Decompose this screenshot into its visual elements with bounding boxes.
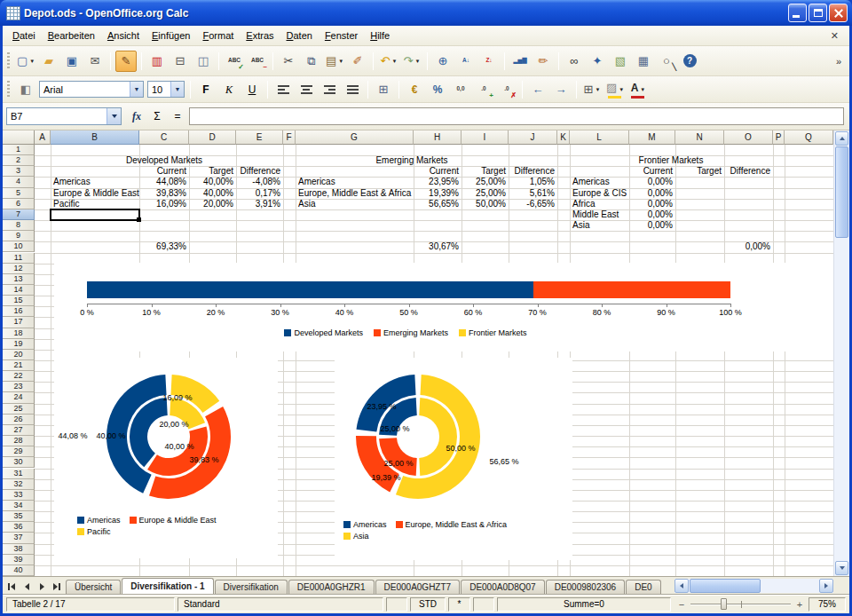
sheet-tab-ubersicht[interactable]: Übersicht [66,580,121,594]
sort-descending-button[interactable]: Z↓ [478,51,500,72]
sheet-tab-de000a0ghzt7[interactable]: DE000A0GHZT7 [375,580,461,594]
sheet-tab-de0009802306[interactable]: DE0009802306 [546,580,626,594]
cell-C4[interactable]: 44,08% [139,177,189,187]
sheet-tab-de000a0d8q07[interactable]: DE000A0D8Q07 [461,580,545,594]
row-header-4[interactable]: 4 [3,177,35,187]
paste-button[interactable]: ▤▼ [324,51,345,72]
pdf-export-button[interactable]: ▥ [146,51,168,72]
next-sheet-button[interactable] [35,580,49,593]
cell-M4[interactable]: 0,00% [629,177,675,187]
zoom-slider-track[interactable] [690,604,791,605]
row-header-36[interactable]: 36 [3,522,35,533]
cell-selection-cursor[interactable] [50,209,140,221]
cell-H10[interactable]: 30,67% [414,241,462,252]
cell-D4[interactable]: 40,00% [189,177,236,187]
cell-J6[interactable]: -6,65% [509,199,557,209]
horizontal-scrollbar[interactable] [674,579,833,593]
cell-O10[interactable]: 0,00% [724,241,773,252]
formula-input[interactable] [189,107,844,125]
cell-reference-input[interactable] [7,108,106,124]
previous-sheet-button[interactable] [20,580,34,593]
bold-button[interactable]: F [195,79,217,100]
row-header-16[interactable]: 16 [3,306,35,317]
menu-item-bearbeiten[interactable]: Bearbeiten [42,28,101,43]
cell-M3[interactable]: Current [629,166,675,177]
row-header-5[interactable]: 5 [3,188,35,199]
column-header-G[interactable]: G [296,130,414,145]
new-document-button[interactable]: ▢▼ [15,51,36,72]
column-header-B[interactable]: B [51,130,139,145]
cell-M8[interactable]: 0,00% [629,220,675,231]
column-header-Q[interactable]: Q [785,130,833,145]
stacked-bar-chart[interactable]: 0 %10 %20 %30 %40 %50 %60 %70 %80 %90 %1… [54,263,833,351]
column-header-E[interactable]: E [236,130,283,145]
row-header-24[interactable]: 24 [3,392,35,403]
formula-button[interactable]: = [168,107,187,125]
cell-B5[interactable]: Europe & Middle East [51,188,139,199]
zoom-slider-thumb[interactable] [721,598,727,610]
merge-cells-button[interactable]: ⊞ [373,79,394,100]
dropdown-arrow-icon[interactable]: ▼ [619,87,624,92]
cell-I3[interactable]: Target [462,166,509,177]
row-header-18[interactable]: 18 [3,328,35,339]
last-sheet-button[interactable] [50,580,64,593]
toolbar-overflow-icon[interactable]: » [831,56,847,67]
close-button[interactable] [829,4,848,22]
row-header-38[interactable]: 38 [3,544,35,555]
selection-mode[interactable]: STD [410,597,446,612]
cell-E6[interactable]: 3,91% [236,199,283,209]
undo-button[interactable]: ↶▼ [378,51,399,72]
add-decimal-button[interactable]: .0+ [473,79,494,100]
cell-M7[interactable]: 0,00% [629,209,675,220]
vertical-scroll-thumb[interactable] [835,146,848,238]
cell-I4[interactable]: 25,00% [462,177,509,187]
zoom-in-icon[interactable]: + [793,599,806,610]
toolbar-grip[interactable] [7,52,10,70]
row-header-15[interactable]: 15 [3,296,35,306]
cell-C5[interactable]: 39,83% [139,188,189,199]
row-header-20[interactable]: 20 [3,350,35,360]
name-box-dropdown-icon[interactable] [106,108,121,124]
align-left-button[interactable] [272,79,294,100]
column-header-P[interactable]: P [773,130,785,145]
column-header-O[interactable]: O [724,130,773,145]
zoom-control[interactable]: − + [675,597,806,612]
cell-L7[interactable]: Middle East [570,209,629,220]
cell-L4[interactable]: Americas [570,177,629,187]
scroll-down-button[interactable] [835,561,848,575]
row-header-33[interactable]: 33 [3,490,35,501]
cell-I6[interactable]: 50,00% [462,199,509,209]
cell-E5[interactable]: 0,17% [236,188,283,199]
gallery-button[interactable]: ▧ [610,51,631,72]
align-justify-button[interactable] [342,79,363,100]
cell-H5[interactable]: 19,39% [414,188,462,199]
row-header-29[interactable]: 29 [3,446,35,457]
column-header-N[interactable]: N [675,130,724,145]
edit-mode-button[interactable]: ✎ [115,51,137,72]
menu-item-daten[interactable]: Daten [280,28,319,43]
scroll-left-button[interactable] [674,579,689,593]
close-document-icon[interactable]: ✕ [824,30,846,42]
dropdown-arrow-icon[interactable]: ▼ [338,59,343,64]
navigator-button[interactable]: ✦ [587,51,608,72]
row-header-39[interactable]: 39 [3,555,35,565]
dropdown-arrow-icon[interactable]: ▼ [595,87,600,92]
cell-O3[interactable]: Difference [724,166,773,177]
donut-chart-emerging-markets[interactable]: 25,00 %25,00 %50,00 %23,95 %19,39 %56,65… [335,358,572,560]
zoom-out-icon[interactable]: − [675,599,688,610]
column-header-C[interactable]: C [139,130,189,145]
menu-item-format[interactable]: Format [196,28,240,43]
cell-H3[interactable]: Current [414,166,462,177]
row-header-25[interactable]: 25 [3,404,35,415]
row-header-7[interactable]: 7 [3,209,35,220]
draw-functions-button[interactable]: ✏ [532,51,554,72]
print-button[interactable]: ⊟ [170,51,191,72]
data-sources-button[interactable]: ▦ [633,51,654,72]
zoom-button[interactable]: ○╲ [656,51,677,72]
row-header-6[interactable]: 6 [3,199,35,209]
row-header-22[interactable]: 22 [3,371,35,382]
row-header-35[interactable]: 35 [3,511,35,522]
align-center-button[interactable] [296,79,317,100]
background-color-button[interactable]: ▨▼ [604,79,626,100]
sheet-tab-de000a0ghzr1[interactable]: DE000A0GHZR1 [288,580,375,594]
